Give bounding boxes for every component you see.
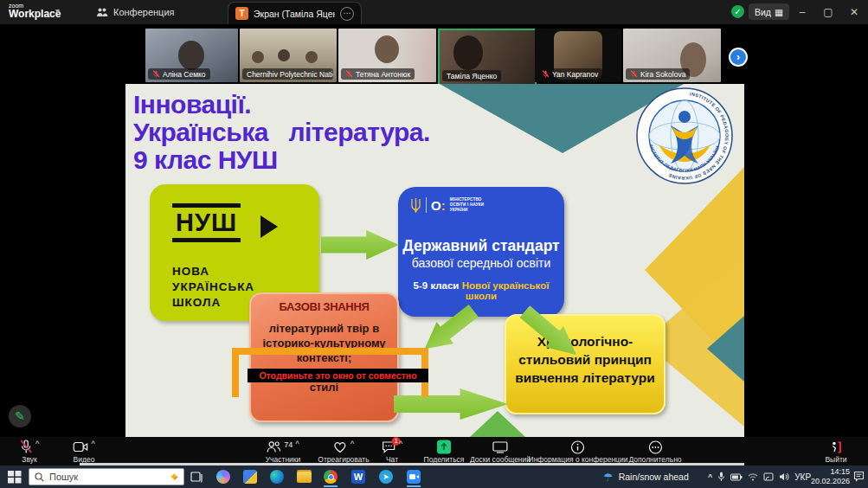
video-tile[interactable]: Тетяна Антонюк [338, 29, 436, 82]
info-icon [571, 440, 585, 454]
security-shield-icon[interactable]: ✓ [731, 5, 744, 18]
mon-logo-colon: : [441, 198, 446, 213]
tab-options-ellipsis-icon[interactable]: ⋯ [340, 7, 354, 21]
audio-chevron-icon[interactable]: ^ [35, 440, 40, 447]
more-ellipsis-icon [648, 440, 662, 454]
close-button[interactable]: ✕ [841, 0, 867, 24]
video-tile-active-speaker[interactable]: Таміла Яценко [438, 29, 537, 86]
shared-screen-slide: Інновації.Українська література.9 клас Н… [125, 84, 744, 437]
workplace-chevron-down-icon[interactable]: ▾ [55, 6, 60, 16]
participant-name-pill: Chernihiv Polytechnic Nation... [242, 68, 333, 80]
file-explorer-icon[interactable] [295, 468, 312, 485]
participants-button[interactable]: 74 ^ Участники [266, 440, 301, 464]
active-app-underline [407, 485, 421, 487]
notification-center-icon[interactable] [853, 471, 865, 482]
trident-icon [410, 198, 421, 213]
ministry-name: МІНІСТЕРСТВО ОСВІТИ І НАУКИ УКРАЇНИ [450, 197, 485, 212]
institute-of-pedagogy-logo: INSTITUTE OF PEDAGOGY OF THE NAES OF UKR… [636, 87, 733, 184]
leave-button[interactable]: Выйти [825, 440, 846, 464]
ministry-line3: УКРАЇНИ [450, 208, 485, 213]
muted-mic-icon [152, 70, 160, 78]
volume-icon[interactable] [779, 472, 789, 481]
react-chevron-icon[interactable]: ^ [350, 440, 355, 447]
chronology-line3: вивчення літератури [506, 369, 664, 388]
participants-chevron-icon[interactable]: ^ [295, 440, 299, 447]
slide-title: Інновації.Українська література.9 клас Н… [133, 91, 430, 174]
battery-icon[interactable] [730, 473, 743, 481]
minimize-button[interactable]: – [789, 0, 815, 24]
date: 20.02.2026 [805, 477, 850, 486]
nush-line1: НОВА [172, 264, 254, 279]
tray-mic-icon[interactable] [717, 472, 725, 482]
chronology-text: Хронологічно- стильовий принцип вивчення… [506, 333, 664, 388]
copilot-icon[interactable] [215, 468, 232, 485]
annotate-pen-button[interactable]: ✎ [9, 405, 31, 427]
photos-icon[interactable] [241, 468, 259, 485]
audio-label: Звук [22, 455, 36, 464]
zoom-app-icon[interactable] [405, 468, 422, 485]
wifi-icon[interactable] [748, 472, 758, 481]
muted-mic-icon [542, 70, 550, 78]
tab-meeting[interactable]: Конференция [89, 0, 181, 24]
video-tile[interactable]: Chernihiv Polytechnic Nation... [240, 29, 337, 82]
view-label: Вид [755, 7, 771, 17]
react-button[interactable]: ^ Отреагировать [318, 440, 369, 464]
participant-name-pill: Таміла Яценко [442, 70, 501, 81]
mon-logo: О: [431, 198, 446, 213]
tab-screen-share[interactable]: T Экран (Таміла Яценко) ⋯ [228, 2, 362, 24]
weather-widget[interactable]: ☂ Rain/snow ahead [603, 466, 689, 488]
meeting-info-button[interactable]: Информация о конференции [529, 440, 628, 464]
chat-chevron-icon[interactable]: ^ [399, 440, 403, 447]
cast-icon[interactable] [763, 472, 774, 481]
chronology-line1: Хронологічно- [506, 333, 664, 351]
participants-icon [267, 440, 281, 453]
video-chevron-icon[interactable]: ^ [91, 440, 95, 447]
time: 14:15 [805, 467, 850, 477]
share-screen-icon [437, 440, 452, 454]
search-highlights-sparkle-icon: ✦ [170, 471, 178, 483]
muted-mic-icon [345, 70, 353, 78]
zoom-toolbar: ^ Звук ^ Видео 74 ^ Участники ^ Отреагир… [0, 437, 868, 466]
participant-name: Аліна Семко [163, 70, 206, 79]
view-button[interactable]: Вид ▦ [749, 3, 789, 20]
start-button[interactable] [7, 470, 23, 484]
video-button[interactable]: ^ Видео [73, 440, 95, 464]
tab-meeting-label: Конференция [113, 7, 174, 17]
task-view-icon[interactable] [188, 468, 205, 485]
basic-knowledge-header: БАЗОВІ ЗНАННЯ [251, 300, 397, 313]
play-triangle-icon [260, 215, 278, 238]
telegram-icon[interactable]: ➤ [377, 468, 395, 485]
word-icon[interactable]: W [350, 468, 367, 485]
video-tile[interactable]: Yan Kapranov [535, 29, 621, 82]
video-tile[interactable]: Kira Sokolova [623, 29, 721, 82]
more-button[interactable]: Дополнительно [628, 440, 681, 464]
search-input[interactable]: Пошук ✦ [29, 468, 184, 485]
grades-text: 5-9 класи [414, 280, 462, 291]
nush-full-name: НОВА УКРАЇНСЬКА ШКОЛА [172, 264, 254, 311]
chronology-box: Хронологічно- стильовий принцип вивчення… [505, 314, 665, 414]
state-standard-box: О: МІНІСТЕРСТВО ОСВІТИ І НАУКИ УКРАЇНИ Д… [398, 187, 564, 317]
chrome-icon[interactable] [322, 468, 339, 485]
participants-count: 74 [284, 440, 293, 449]
maximize-button[interactable]: ▢ [815, 0, 841, 24]
participant-name-pill: Тетяна Антонюк [341, 68, 415, 80]
video-tile[interactable]: Аліна Семко [145, 29, 238, 82]
slide-title-line2: Українська література. [133, 119, 430, 146]
heart-icon [333, 440, 348, 453]
clock[interactable]: 14:15 20.02.2026 [805, 467, 850, 487]
share-button[interactable]: Поделиться [424, 440, 465, 464]
chat-button[interactable]: 1 ^ Чат [382, 440, 403, 464]
move-window-warning: Отодвиньте это окно от совместно [248, 369, 428, 382]
mon-logo-o: О [431, 198, 441, 213]
next-participants-button[interactable]: › [729, 48, 748, 67]
boards-button[interactable]: Доски сообщений [470, 440, 530, 464]
weather-label: Rain/snow ahead [619, 472, 689, 482]
tray-chevron-icon[interactable]: ^ [708, 472, 712, 481]
slide-title-line1: Інновації. [133, 91, 430, 119]
edge-icon[interactable] [268, 468, 286, 485]
zoom-titlebar: zoom Workplace ▾ Конференция T Экран (Та… [0, 0, 868, 24]
tab-screen-label: Экран (Таміла Яценко) [254, 9, 335, 19]
search-placeholder: Пошук [49, 472, 164, 482]
standard-title: Державний стандарт [398, 237, 564, 255]
audio-button[interactable]: ^ Звук [20, 440, 40, 464]
